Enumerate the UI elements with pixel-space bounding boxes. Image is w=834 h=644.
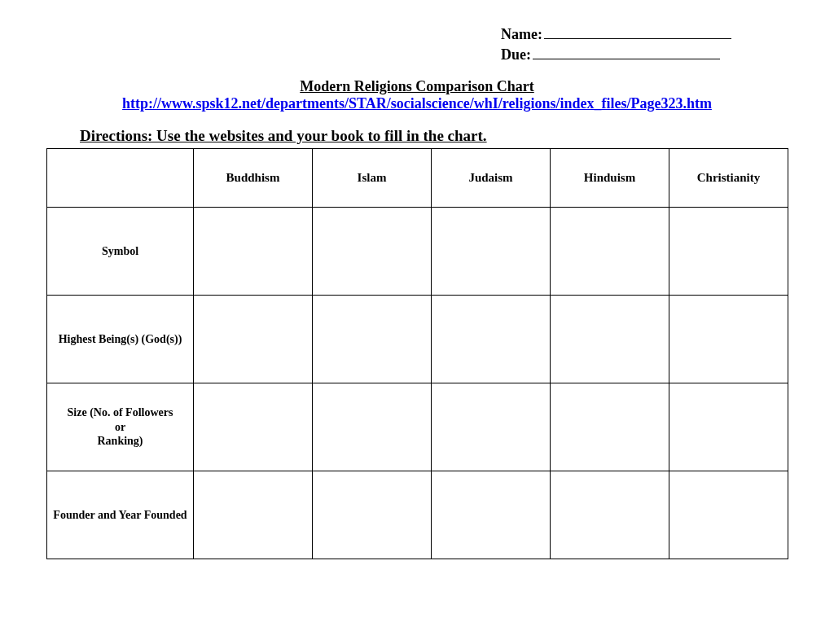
row-label-size-line2: or <box>115 421 125 433</box>
cell <box>669 471 788 559</box>
cell <box>551 471 669 559</box>
table-row: Symbol <box>47 208 788 296</box>
cell <box>194 296 313 383</box>
table-corner-cell <box>47 149 194 208</box>
cell <box>669 296 788 383</box>
table-header-row: Buddhism Islam Judaism Hinduism Christia… <box>47 149 788 208</box>
cell <box>313 383 432 471</box>
row-label-founder: Founder and Year Founded <box>47 471 194 559</box>
cell <box>669 383 788 471</box>
row-label-symbol: Symbol <box>47 208 194 296</box>
cell <box>432 383 551 471</box>
table-row: Highest Being(s) (God(s)) <box>47 296 788 383</box>
cell <box>551 208 669 296</box>
table-row: Founder and Year Founded <box>47 471 788 559</box>
name-row: Name: <box>501 24 785 43</box>
header-fields: Name: Due: <box>501 24 785 64</box>
row-label-size-line1: Size (No. of Followers <box>68 406 173 418</box>
cell <box>432 208 551 296</box>
due-label: Due: <box>501 46 531 64</box>
cell <box>313 471 432 559</box>
cell <box>551 296 669 383</box>
name-blank-line <box>544 24 731 39</box>
col-hinduism: Hinduism <box>551 149 669 208</box>
col-islam: Islam <box>313 149 432 208</box>
page-title: Modern Religions Comparison Chart <box>49 78 785 95</box>
table-row: Size (No. of Followers or Ranking) <box>47 383 788 471</box>
col-christianity: Christianity <box>669 149 788 208</box>
cell <box>194 208 313 296</box>
cell <box>194 383 313 471</box>
cell <box>432 471 551 559</box>
col-buddhism: Buddhism <box>194 149 313 208</box>
comparison-table: Buddhism Islam Judaism Hinduism Christia… <box>46 148 788 559</box>
cell <box>313 208 432 296</box>
col-judaism: Judaism <box>432 149 551 208</box>
cell <box>551 383 669 471</box>
cell <box>194 471 313 559</box>
due-row: Due: <box>501 45 785 64</box>
title-block: Modern Religions Comparison Chart http:/… <box>49 78 785 112</box>
directions-text: Directions: Use the websites and your bo… <box>80 127 785 145</box>
cell <box>313 296 432 383</box>
reference-url-link[interactable]: http://www.spsk12.net/departments/STAR/s… <box>122 95 712 112</box>
row-label-size: Size (No. of Followers or Ranking) <box>47 383 194 471</box>
cell <box>432 296 551 383</box>
name-label: Name: <box>501 26 542 43</box>
row-label-highest-being: Highest Being(s) (God(s)) <box>47 296 194 383</box>
cell <box>669 208 788 296</box>
row-label-size-line3: Ranking) <box>97 435 143 447</box>
due-blank-line <box>533 45 720 59</box>
